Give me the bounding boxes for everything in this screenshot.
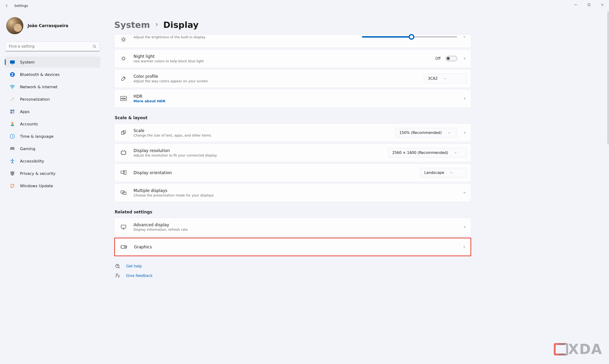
scale-select[interactable]: 150% (Recommended) [395,128,457,138]
svg-point-14 [12,122,13,124]
hdr-title: HDR [133,94,463,99]
user-block[interactable]: João Carrasqueira [5,12,100,40]
svg-rect-10 [11,110,12,111]
svg-rect-1 [588,4,590,6]
color-profile-title: Color profile [133,74,424,79]
select-value: 150% (Recommended) [399,130,442,135]
sidebar-item-label: Accessibility [20,159,44,163]
search-wrap [5,41,100,52]
orientation-icon [119,168,128,178]
give-feedback-row[interactable]: Give feedback [115,273,471,279]
search-icon[interactable] [90,41,99,52]
section-related: Related settings [115,210,471,214]
titlebar: Settings [0,0,609,12]
sidebar-item-system[interactable]: System [5,57,100,67]
svg-point-17 [123,39,125,41]
bluetooth-icon [9,71,16,78]
graphics-icon [119,242,129,252]
card-color-profile[interactable]: Color profile Adjust the way colors appe… [114,69,471,88]
sidebar-item-gaming[interactable]: Gaming [5,143,100,154]
minimize-button[interactable] [569,0,582,10]
sidebar-item-bluetooth[interactable]: Bluetooth & devices [5,69,100,80]
night-light-subtitle: Use warmer colors to help block blue lig… [133,59,435,63]
chevron-right-icon[interactable] [463,225,467,229]
window-controls [569,0,609,10]
svg-point-18 [122,57,125,60]
feedback-icon [115,273,120,279]
svg-point-9 [12,88,13,89]
pen-icon [119,74,128,83]
chevron-right-icon[interactable] [462,245,466,249]
sidebar-item-label: Windows Update [20,184,53,188]
sidebar-item-apps[interactable]: Apps [5,106,100,117]
card-resolution[interactable]: Display resolution Adjust the resolution… [114,143,471,162]
svg-rect-11 [13,110,14,111]
resolution-icon [119,148,128,157]
card-brightness[interactable]: Adjust the brightness of the built-in di… [114,35,471,48]
sidebar-item-personalization[interactable]: Personalization [5,94,100,105]
chevron-down-icon[interactable] [463,191,467,195]
card-graphics[interactable]: Graphics [114,238,471,256]
svg-point-8 [10,72,15,77]
close-button[interactable] [596,0,609,10]
orientation-select[interactable]: Landscape [420,168,467,178]
help-links: Get help Give feedback [114,263,471,279]
sidebar-item-privacy[interactable]: Privacy & security [5,168,100,179]
card-orientation[interactable]: Display orientation Landscape [114,163,471,182]
sidebar-item-accessibility[interactable]: Accessibility [5,156,100,167]
select-value: Landscape [424,170,444,175]
svg-rect-7 [12,64,13,64]
sidebar-item-label: Personalization [20,97,50,102]
svg-point-32 [116,274,118,275]
sidebar-item-accounts[interactable]: Accounts [5,118,100,130]
card-scale[interactable]: Scale Change the size of text, apps, and… [114,123,471,142]
svg-point-30 [124,246,126,248]
search-input[interactable] [5,41,100,52]
scrollbar[interactable] [608,12,609,145]
night-light-toggle[interactable] [446,56,457,61]
watermark: XDA [554,341,602,357]
sidebar-item-label: Gaming [20,146,36,151]
get-help-link[interactable]: Get help [126,264,142,268]
get-help-row[interactable]: Get help [115,263,471,269]
breadcrumb-parent[interactable]: System [114,20,150,30]
brightness-slider[interactable] [362,36,457,38]
svg-rect-23 [121,151,126,154]
maximize-button[interactable] [582,0,596,10]
main-content: System Display Adjust the brightness of … [105,12,609,364]
night-light-title: Night light [133,54,435,59]
sidebar-item-network[interactable]: Network & internet [5,81,100,92]
chevron-down-icon [450,171,453,174]
card-night-light[interactable]: Night light Use warmer colors to help bl… [114,49,471,68]
give-feedback-link[interactable]: Give feedback [126,273,153,278]
select-value: 3CA2 [428,76,438,81]
back-button[interactable] [2,1,12,11]
page-title: Display [163,20,199,30]
chevron-right-icon[interactable] [463,96,467,101]
sidebar-item-time-language[interactable]: Time & language [5,131,100,142]
brightness-subtitle: Adjust the brightness of the built-in di… [133,35,362,39]
sidebar-item-windows-update[interactable]: Windows Update [5,180,100,191]
apps-icon [9,108,16,115]
nav: System Bluetooth & devices Network & int… [5,57,100,191]
chevron-right-icon[interactable] [463,56,467,61]
card-multiple-displays[interactable]: Multiple displays Choose the presentatio… [114,183,471,202]
update-icon [9,182,16,189]
card-advanced-display[interactable]: Advanced display Display information, re… [114,218,471,236]
wifi-icon [9,83,16,90]
color-profile-select[interactable]: 3CA2 [424,74,467,83]
svg-rect-21 [121,131,124,134]
scale-title: Scale [133,128,395,133]
help-icon [115,263,120,269]
brush-icon [9,96,16,103]
svg-rect-13 [13,112,14,114]
sidebar-item-label: Apps [20,109,30,114]
hdr-more-link[interactable]: More about HDR [133,99,463,103]
shield-icon [9,170,16,177]
card-hdr[interactable]: HDR HDR More about HDR [114,89,471,108]
resolution-select[interactable]: 2560 × 1600 (Recommended) [388,148,467,157]
resolution-title: Display resolution [133,148,388,153]
chevron-down-icon[interactable] [463,35,467,39]
section-scale-layout: Scale & layout [115,115,471,120]
chevron-right-icon[interactable] [463,130,467,135]
